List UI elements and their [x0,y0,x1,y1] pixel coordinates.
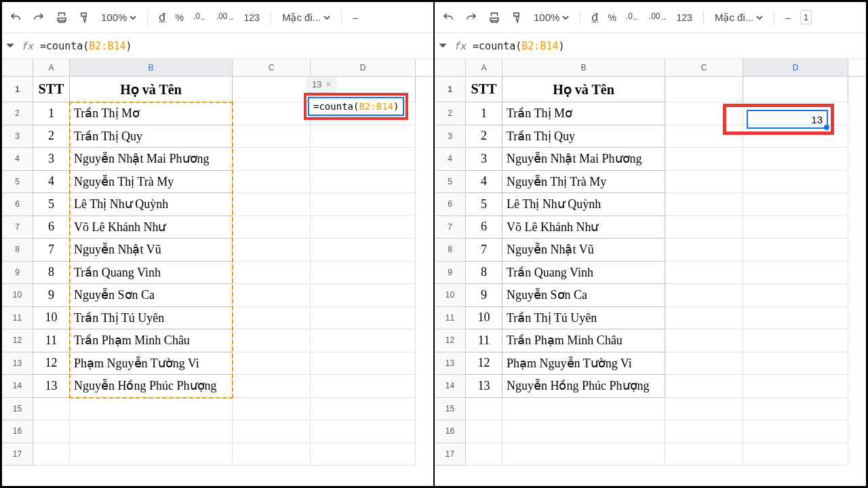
cell-stt[interactable]: 8 [33,262,70,285]
formula-bar[interactable]: fx =counta(B2:B14) [435,33,866,59]
cell-name[interactable]: Võ Lê Khánh Như [502,216,665,239]
col-A[interactable]: A [466,59,502,76]
cell-name[interactable]: Nguyễn Nhật Vũ [502,239,665,262]
cell-name[interactable]: Nguyễn Hồng Phúc Phượng [502,375,665,398]
col-D[interactable]: D [311,59,416,76]
cell-stt[interactable]: 9 [33,284,70,307]
cell-editor[interactable]: =counta(B2:B14) [308,97,404,116]
cell-stt[interactable]: 11 [466,329,502,352]
cell-name[interactable]: Nguyễn Thị Trà My [502,171,665,194]
cell-stt[interactable]: 6 [33,216,70,239]
increase-decimal-button[interactable]: .00→ [649,12,667,22]
header-stt: STT [33,77,70,102]
print-icon[interactable] [55,11,68,24]
cell-name[interactable]: Phạm Nguyễn Tường Vi [70,352,233,375]
paint-format-icon[interactable] [511,11,524,24]
cell-stt[interactable]: 4 [33,171,70,194]
cell-name[interactable]: Nguyễn Sơn Ca [70,284,233,307]
cell-name[interactable]: Trần Thị Tú Uyên [502,307,665,330]
percent-button[interactable]: % [175,12,183,23]
zoom-dropdown[interactable]: 100% [101,12,136,23]
cell-name[interactable]: Lê Thị Như Quỳnh [502,193,665,216]
number-format-button[interactable]: 123 [244,12,260,23]
cell-stt[interactable]: 3 [33,148,70,171]
col-A[interactable]: A [33,59,70,76]
cell-name[interactable]: Trần Thị Quy [70,125,233,148]
cell-stt[interactable]: 2 [466,125,502,148]
currency-button[interactable]: ₫ [591,11,598,24]
redo-icon[interactable] [465,11,478,24]
cell-stt[interactable]: 9 [466,284,502,307]
cell-name[interactable]: Trần Phạm Minh Châu [70,329,233,352]
formula-input[interactable]: =counta(B2:B14) [473,40,564,52]
cell-name[interactable]: Trần Quang Vinh [70,262,233,285]
cell-stt[interactable]: 10 [466,307,502,330]
active-cell[interactable]: 13 [747,110,828,129]
zoom-dropdown[interactable]: 100% [534,12,569,23]
close-icon[interactable]: × [326,79,331,89]
cell-stt[interactable]: 8 [466,262,502,285]
cell-name[interactable]: Trần Thị Quy [502,125,665,148]
cell-name[interactable]: Lê Thị Như Quỳnh [70,193,233,216]
cell-name[interactable]: Phạm Nguyễn Tường Vi [502,352,665,375]
name-box-arrow-icon[interactable] [6,40,14,52]
col-B[interactable]: B [70,59,233,76]
name-box-arrow-icon[interactable] [439,40,447,52]
cell-name[interactable]: Trần Thị Mơ [502,102,665,125]
cell-stt[interactable]: 2 [33,125,70,148]
cell-stt[interactable]: 1 [33,102,70,125]
cell-name[interactable]: Nguyễn Nhật Mai Phương [70,148,233,171]
cell-stt[interactable]: 10 [33,307,70,330]
font-size-decrease-button[interactable]: – [785,12,791,23]
cell-name[interactable]: Nguyễn Nhật Mai Phương [502,148,665,171]
font-size-decrease-button[interactable]: – [353,12,358,23]
redo-icon[interactable] [32,11,45,24]
col-C[interactable]: C [233,59,311,76]
grid-left[interactable]: 1STTHọ và Tên21Trần Thị Mơ32Trần Thị Quy… [2,77,433,486]
cell-stt[interactable]: 5 [33,193,70,216]
cell-name[interactable]: Trần Thị Mơ [70,102,233,125]
grid-right[interactable]: 1STTHọ và Tên21Trần Thị Mơ32Trần Thị Quy… [435,77,866,486]
formula-bar[interactable]: fx =counta(B2:B14) [2,33,433,59]
cell-name[interactable]: Trần Quang Vinh [502,262,665,285]
print-icon[interactable] [488,11,501,24]
cell-name[interactable]: Trần Thị Tú Uyên [70,307,233,330]
select-all-corner[interactable] [435,59,466,76]
cell-stt[interactable]: 13 [466,375,502,398]
cell-stt[interactable]: 7 [466,239,502,262]
cell-name[interactable]: Nguyễn Sơn Ca [502,284,665,307]
paint-format-icon[interactable] [78,11,92,24]
cell-stt[interactable]: 6 [466,216,502,239]
cell-name[interactable]: Trần Phạm Minh Châu [502,329,665,352]
increase-decimal-button[interactable]: .00→ [216,12,235,22]
cell-stt[interactable]: 13 [33,375,70,398]
undo-icon[interactable] [441,11,455,24]
decrease-decimal-button[interactable]: .0← [626,12,639,22]
undo-icon[interactable] [9,11,22,24]
number-format-button[interactable]: 123 [677,12,692,23]
font-dropdown[interactable]: Mặc đi... [715,12,763,24]
cell-stt[interactable]: 4 [466,171,502,194]
percent-button[interactable]: % [608,12,616,23]
font-dropdown[interactable]: Mặc đi... [282,12,330,24]
cell-name[interactable]: Nguyễn Hồng Phúc Phượng [70,375,233,398]
cell-name[interactable]: Nguyễn Nhật Vũ [70,239,233,262]
cell-stt[interactable]: 3 [466,148,502,171]
select-all-corner[interactable] [2,59,33,76]
decrease-decimal-button[interactable]: .0← [193,12,207,22]
cell-stt[interactable]: 12 [33,352,70,375]
cell-name[interactable]: Nguyễn Thị Trà My [70,171,233,194]
formula-preview-tooltip: 13× [307,77,336,92]
col-D[interactable]: D [743,59,848,76]
font-size-box[interactable]: 1 [800,10,812,24]
col-B[interactable]: B [502,59,665,76]
currency-button[interactable]: ₫ [159,11,165,24]
cell-name[interactable]: Võ Lê Khánh Như [70,216,233,239]
cell-stt[interactable]: 12 [466,352,502,375]
cell-stt[interactable]: 5 [466,193,502,216]
cell-stt[interactable]: 11 [33,329,70,352]
cell-stt[interactable]: 7 [33,239,70,262]
cell-stt[interactable]: 1 [466,102,502,125]
formula-input[interactable]: =counta(B2:B14) [40,40,132,52]
col-C[interactable]: C [665,59,743,76]
